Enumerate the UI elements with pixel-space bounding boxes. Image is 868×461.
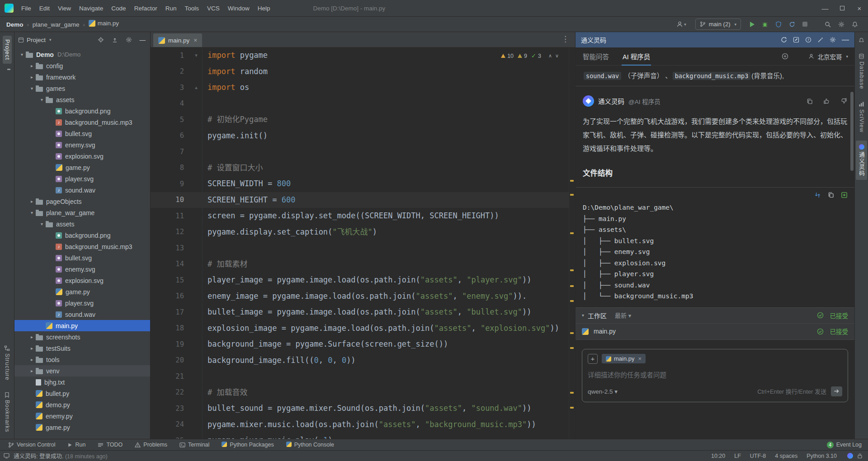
status-lf[interactable]: LF bbox=[734, 453, 741, 459]
editor-line-4[interactable]: 4 bbox=[151, 96, 575, 112]
tree-item-plane-war-game[interactable]: ▾plane_war_game bbox=[14, 207, 150, 218]
warning-stripe-mark[interactable] bbox=[570, 392, 574, 394]
breadcrumb-demo[interactable]: Demo bbox=[6, 21, 24, 28]
toolwindow-button-event-log[interactable]: 4 Event Log bbox=[827, 442, 862, 448]
editor-line-22[interactable]: 22# 加载音效 bbox=[151, 385, 575, 401]
tree-item-bullet-py[interactable]: bullet.py bbox=[14, 388, 150, 399]
editor-line-20[interactable]: 20background_image.fill((0, 0, 0)) bbox=[151, 353, 575, 369]
tree-item-background-music-mp3[interactable]: background_music.mp3 bbox=[14, 117, 150, 128]
lock-icon[interactable] bbox=[857, 453, 863, 459]
breadcrumb-plane-war-game[interactable]: plane_war_game bbox=[33, 21, 80, 28]
tree-item-sound-wav[interactable]: sound.wav bbox=[14, 184, 150, 196]
status-message[interactable]: 通义灵码: 登录成功. (18 minutes ago) bbox=[14, 452, 108, 460]
tree-item-tools[interactable]: ▸tools bbox=[14, 354, 150, 365]
editor-line-21[interactable]: 21 bbox=[151, 368, 575, 385]
editor-line-7[interactable]: 7 bbox=[151, 144, 575, 160]
prev-problem-icon[interactable]: ∧ bbox=[548, 53, 552, 59]
tab-smart-qa[interactable]: 智能问答 bbox=[582, 47, 610, 66]
toolwindow-button-sciview[interactable]: SciView bbox=[857, 98, 866, 136]
menu-navigate[interactable]: Navigate bbox=[75, 5, 107, 12]
tree-item-screenshots[interactable]: ▸screenshots bbox=[14, 331, 150, 343]
notifications-button[interactable] bbox=[852, 21, 858, 28]
help-button[interactable]: ? bbox=[805, 37, 811, 43]
tree-item-player-svg[interactable]: player.svg bbox=[14, 173, 150, 184]
tree-item-assets[interactable]: ▾assets bbox=[14, 218, 150, 230]
send-button[interactable] bbox=[831, 386, 842, 396]
project-view-selector[interactable]: Project bbox=[27, 37, 46, 43]
tree-item-demo[interactable]: ▾DemoD:\Demo bbox=[14, 49, 150, 60]
editor-line-11[interactable]: 11screen = pygame.display.set_mode((SCRE… bbox=[151, 208, 575, 224]
toolwindow-button-database[interactable]: Database bbox=[857, 50, 866, 93]
maximize-window-button[interactable] bbox=[834, 0, 851, 17]
tree-item-background-music-mp3[interactable]: background_music.mp3 bbox=[14, 241, 150, 252]
menu-window[interactable]: Window bbox=[224, 5, 254, 12]
tongyi-status-icon[interactable] bbox=[847, 453, 853, 459]
editor-line-23[interactable]: 23bullet_sound = pygame.mixer.Sound(os.p… bbox=[151, 400, 575, 417]
remove-context-icon[interactable]: × bbox=[638, 355, 642, 362]
tree-item-testsuits[interactable]: ▸testSuits bbox=[14, 343, 150, 354]
tree-expand-icon[interactable]: ▸ bbox=[28, 368, 36, 373]
users-button[interactable]: ▾ bbox=[676, 21, 686, 28]
menu-refactor[interactable]: Refactor bbox=[130, 5, 161, 12]
tree-expand-icon[interactable]: ▸ bbox=[28, 334, 36, 339]
workspace-row[interactable]: ▾ 工作区 最新 ▾ 已接受 bbox=[576, 307, 854, 324]
status-python-3-10[interactable]: Python 3.10 bbox=[807, 453, 837, 459]
fold-marker-icon[interactable]: ▾ bbox=[190, 52, 202, 58]
status-10-20[interactable]: 10:20 bbox=[711, 453, 725, 459]
toolwindow-button-version-control[interactable]: Version Control bbox=[8, 442, 55, 448]
pycharm-logo-icon[interactable] bbox=[5, 4, 14, 13]
menu-edit[interactable]: Edit bbox=[35, 5, 54, 12]
tree-expand-icon[interactable]: ▾ bbox=[38, 97, 46, 102]
tree-expand-icon[interactable]: ▸ bbox=[28, 63, 36, 68]
tree-expand-icon[interactable]: ▾ bbox=[18, 52, 26, 57]
copy-code-button[interactable] bbox=[828, 192, 834, 198]
tree-expand-icon[interactable]: ▾ bbox=[28, 210, 36, 215]
tree-item-config[interactable]: ▸config bbox=[14, 60, 150, 71]
editor-line-6[interactable]: 6pygame.init() bbox=[151, 128, 575, 144]
tree-item-game-py[interactable]: game.py bbox=[14, 162, 150, 173]
warning-stripe-mark[interactable] bbox=[570, 300, 574, 302]
editor-tab-main-py[interactable]: main.py × bbox=[153, 33, 202, 47]
add-context-button[interactable]: + bbox=[588, 354, 598, 364]
editor-line-2[interactable]: 2import random bbox=[151, 64, 575, 80]
menu-code[interactable]: Code bbox=[107, 5, 130, 12]
chat-input-placeholder[interactable]: 详细描述你的任务或者问题 bbox=[588, 370, 842, 379]
editor-line-24[interactable]: 24pygame.mixer.music.load(os.path.join("… bbox=[151, 417, 575, 433]
stop-button[interactable] bbox=[802, 22, 807, 27]
locate-file-button[interactable] bbox=[98, 37, 104, 43]
tree-item-game-py[interactable]: game.py bbox=[14, 286, 150, 297]
tree-item-game-py[interactable]: game.py bbox=[14, 422, 150, 433]
warning-stripe-mark[interactable] bbox=[570, 180, 574, 182]
toolwindow-button-project[interactable]: Project bbox=[3, 36, 12, 64]
inspections-widget[interactable]: 10 9 ✓ 3 ∧ ∨ bbox=[497, 51, 562, 61]
menu-tools[interactable]: Tools bbox=[180, 5, 203, 12]
close-window-button[interactable]: × bbox=[851, 0, 868, 17]
ai-settings-button[interactable] bbox=[830, 37, 836, 43]
context-chip-main-py[interactable]: main.py × bbox=[602, 354, 646, 363]
new-chat-button[interactable] bbox=[793, 37, 799, 43]
warning-stripe-mark[interactable] bbox=[570, 407, 574, 409]
tree-item-enemy-py[interactable]: enemy.py bbox=[14, 410, 150, 422]
create-file-button[interactable] bbox=[841, 192, 848, 198]
collapse-icon[interactable]: ▾ bbox=[582, 313, 584, 318]
editor-line-10[interactable]: 10SCREEN_HEIGHT = 600 bbox=[151, 192, 575, 208]
copy-message-button[interactable] bbox=[807, 98, 813, 104]
warning-stripe-mark[interactable] bbox=[570, 285, 574, 287]
menu-view[interactable]: View bbox=[54, 5, 75, 12]
toolwindow-toggle-icon[interactable] bbox=[4, 453, 9, 459]
tree-expand-icon[interactable]: ▾ bbox=[28, 86, 36, 91]
magic-button[interactable] bbox=[817, 37, 824, 43]
fold-marker-icon[interactable]: ▴ bbox=[190, 85, 202, 90]
editor-line-3[interactable]: 3▴import os bbox=[151, 80, 575, 96]
run-button[interactable] bbox=[750, 22, 755, 27]
notifications-strip-button[interactable] bbox=[859, 36, 864, 45]
model-selector[interactable]: qwen-2.5 ▾ bbox=[588, 388, 618, 395]
git-branch-widget[interactable]: main (2) ▾ bbox=[695, 19, 741, 30]
warning-stripe-mark[interactable] bbox=[570, 332, 574, 334]
tree-item-enemy-svg[interactable]: enemy.svg bbox=[14, 263, 150, 275]
search-everywhere-button[interactable] bbox=[825, 21, 831, 28]
next-problem-icon[interactable]: ∨ bbox=[555, 53, 559, 59]
restart-button[interactable] bbox=[789, 21, 795, 28]
editor-line-9[interactable]: 9SCREEN_WIDTH = 800 bbox=[151, 176, 575, 192]
editor-line-13[interactable]: 13 bbox=[151, 240, 575, 256]
